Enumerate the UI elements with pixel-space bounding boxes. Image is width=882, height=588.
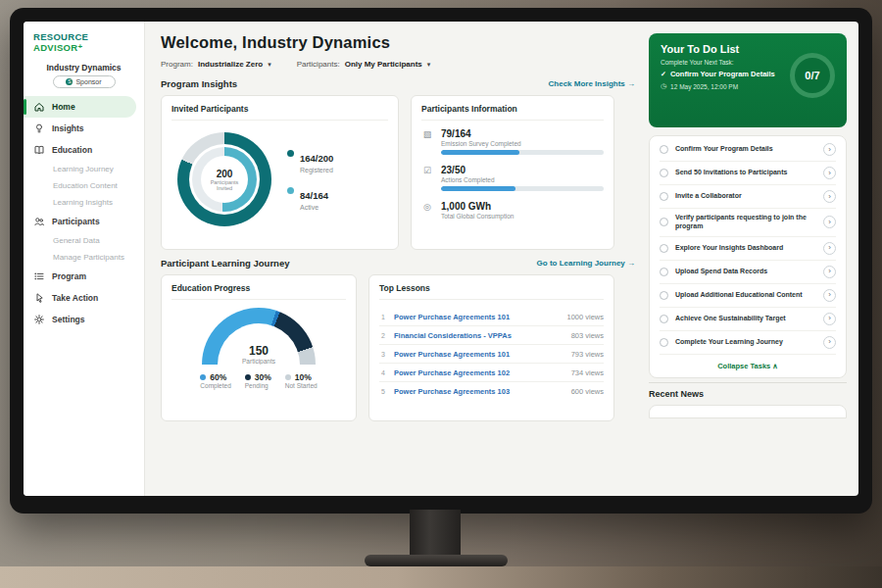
task-checkbox[interactable] [660, 218, 668, 226]
sidebar-item-learning-insights[interactable]: Learning Insights [24, 194, 144, 211]
top-lessons-card: Top Lessons 1 Power Purchase Agreements … [368, 274, 614, 421]
task-row-complete-learning-journey[interactable]: Complete Your Learning Journey › [660, 331, 836, 355]
sidebar-item-settings[interactable]: Settings [24, 309, 144, 330]
task-label: Verify participants requesting to join t… [675, 214, 816, 231]
legend-label: Registered [300, 167, 333, 173]
progress-bar [441, 186, 604, 191]
sidebar-item-label: Home [52, 102, 75, 112]
participants-filter-label: Participants: [297, 60, 340, 69]
chevron-right-icon[interactable]: › [823, 242, 836, 255]
collapse-tasks-link[interactable]: Collapse Tasks ∧ [660, 355, 836, 375]
lesson-row[interactable]: 1 Power Purchase Agreements 101 1000 vie… [379, 308, 604, 326]
sidebar-item-participants[interactable]: Participants [24, 211, 144, 232]
monitor-bezel: RESOURCE ADVISOR+ Industry Dynamics S Sp… [10, 8, 872, 514]
sidebar-nav: Home Insights Education Learning Journey… [24, 96, 144, 330]
sidebar-item-program[interactable]: Program [24, 266, 144, 287]
task-checkbox[interactable] [660, 315, 668, 323]
lesson-row[interactable]: 5 Power Purchase Agreements 103 600 view… [379, 382, 604, 400]
education-icon [33, 144, 45, 156]
task-row-explore-insights[interactable]: Explore Your Insights Dashboard › [660, 237, 836, 261]
insights-icon [33, 122, 45, 134]
task-label: Complete Your Learning Journey [675, 338, 816, 347]
task-checkbox[interactable] [660, 169, 668, 177]
lesson-title-link[interactable]: Power Purchase Agreements 103 [394, 387, 564, 396]
home-icon [33, 101, 45, 113]
clock-icon: ◷ [661, 82, 666, 90]
lesson-views: 1000 views [566, 313, 604, 321]
lesson-rank: 2 [379, 332, 387, 339]
task-list: Confirm Your Program Details › Send 50 I… [649, 135, 847, 378]
sidebar-item-learning-journey[interactable]: Learning Journey [24, 161, 144, 177]
chevron-right-icon[interactable]: › [823, 190, 836, 203]
lesson-row[interactable]: 3 Power Purchase Agreements 101 793 view… [379, 345, 604, 364]
chevron-right-icon[interactable]: › [823, 266, 836, 278]
lesson-title-link[interactable]: Financial Considerations - VPPAs [394, 331, 564, 340]
lesson-title-link[interactable]: Power Purchase Agreements 101 [394, 350, 564, 359]
lesson-row[interactable]: 2 Financial Considerations - VPPAs 803 v… [379, 326, 604, 345]
gauge-center-label: Participants [202, 358, 316, 365]
task-label: Explore Your Insights Dashboard [675, 244, 816, 253]
go-to-learning-journey-link[interactable]: Go to Learning Journey → [537, 259, 635, 268]
sponsor-badge[interactable]: S Sponsor [53, 75, 116, 88]
take-action-icon [33, 292, 45, 304]
task-checkbox[interactable] [660, 244, 668, 253]
chevron-right-icon[interactable]: › [823, 336, 836, 349]
lesson-rank: 5 [379, 388, 387, 395]
task-row-send-invitations[interactable]: Send 50 Invitations to Participants › [660, 162, 836, 185]
task-check-icon: ✓ [661, 71, 666, 78]
actions-completed-row: ☑ 23/50 Actions Completed [421, 165, 604, 191]
emission-survey-icon: ▧ [421, 129, 433, 155]
progress-bar [441, 150, 604, 155]
sidebar-item-insights[interactable]: Insights [24, 118, 144, 139]
todo-panel: Your To Do List Complete Your Next Task:… [649, 22, 858, 496]
chevron-right-icon[interactable]: › [823, 143, 836, 156]
sidebar-item-general-data[interactable]: General Data [24, 232, 144, 249]
card-title: Education Progress [172, 283, 346, 300]
task-row-achieve-target[interactable]: Achieve One Sustainability Target › [660, 308, 836, 331]
stat-label: Emission Survey Completed [441, 140, 604, 147]
sidebar-item-education-content[interactable]: Education Content [24, 177, 144, 194]
lesson-row[interactable]: 4 Power Purchase Agreements 102 734 view… [379, 364, 604, 382]
participants-filter-select[interactable]: Only My Participants [345, 60, 422, 69]
sidebar: RESOURCE ADVISOR+ Industry Dynamics S Sp… [24, 22, 145, 496]
task-checkbox[interactable] [660, 192, 668, 201]
card-title: Invited Participants [172, 104, 388, 121]
sidebar-item-take-action[interactable]: Take Action [24, 287, 144, 309]
chevron-right-icon[interactable]: › [823, 216, 836, 228]
sidebar-item-education[interactable]: Education [24, 139, 144, 161]
sponsor-icon: S [66, 78, 73, 85]
app-screen: RESOURCE ADVISOR+ Industry Dynamics S Sp… [24, 22, 858, 496]
education-progress-card: Education Progress 150 Participants 60% [161, 274, 357, 421]
check-more-insights-link[interactable]: Check More Insights → [549, 79, 635, 88]
task-row-confirm-program[interactable]: Confirm Your Program Details › [660, 138, 836, 162]
task-checkbox[interactable] [660, 268, 668, 276]
task-row-verify-participants[interactable]: Verify participants requesting to join t… [660, 209, 836, 237]
sidebar-item-manage-participants[interactable]: Manage Participants [24, 249, 144, 266]
task-checkbox[interactable] [660, 291, 668, 300]
logo-advisor: ADVISOR [33, 42, 77, 53]
actions-icon: ☑ [421, 166, 433, 191]
task-row-upload-educational-content[interactable]: Upload Additional Educational Content › [660, 284, 836, 308]
lesson-title-link[interactable]: Power Purchase Agreements 102 [394, 368, 564, 377]
task-checkbox[interactable] [660, 338, 668, 347]
sidebar-item-home[interactable]: Home [24, 96, 136, 118]
participants-icon [33, 216, 45, 227]
chevron-down-icon[interactable]: ▾ [268, 61, 271, 69]
sidebar-item-label: Program [52, 271, 86, 281]
legend-value: 164/200 [300, 153, 333, 164]
chevron-down-icon[interactable]: ▾ [427, 61, 431, 69]
program-filter-select[interactable]: Industrialize Zero [198, 60, 263, 69]
legend-dot [287, 150, 294, 157]
stat-value: 1,000 GWh [441, 201, 604, 212]
task-checkbox[interactable] [660, 145, 668, 154]
chevron-right-icon[interactable]: › [823, 167, 836, 179]
task-row-invite-collaborator[interactable]: Invite a Collaborator › [660, 185, 836, 209]
chevron-right-icon[interactable]: › [823, 289, 836, 302]
lesson-title-link[interactable]: Power Purchase Agreements 101 [394, 313, 560, 321]
task-row-upload-spend-data[interactable]: Upload Spend Data Records › [660, 261, 836, 284]
chevron-right-icon[interactable]: › [823, 313, 836, 325]
task-label: Confirm Your Program Details [675, 145, 816, 154]
recent-news-title: Recent News [649, 382, 847, 401]
legend-value: 84/164 [300, 190, 328, 201]
donut-center-value: 200 [217, 169, 233, 179]
